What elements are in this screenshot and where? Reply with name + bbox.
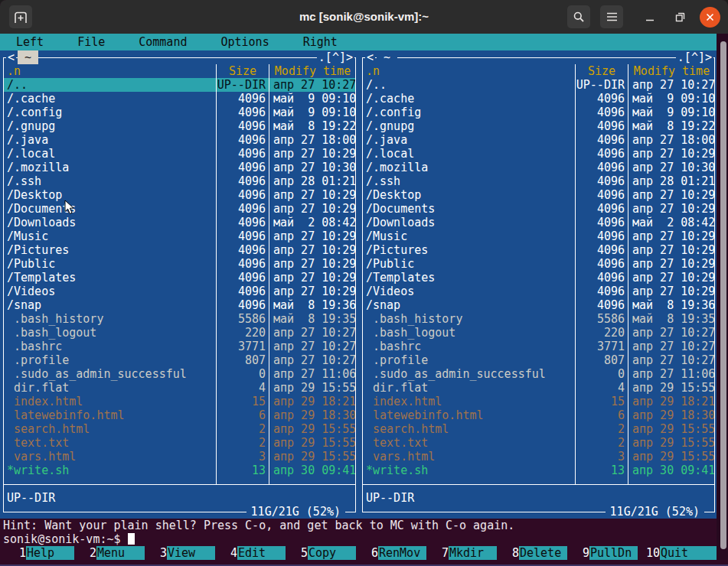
fkey-renmov[interactable]: 6RenMov: [364, 546, 435, 560]
close-button[interactable]: [698, 0, 721, 34]
hamburger-menu-button[interactable]: [600, 5, 623, 28]
command-line[interactable]: sonik@sonik-vm:~$: [0, 532, 717, 546]
menu-item-command[interactable]: Command: [139, 35, 187, 49]
fkey-label: Copy: [308, 546, 356, 560]
column-header-name[interactable]: .n Name: [362, 64, 575, 78]
right-panel-top-border: < ~ .[^]>: [362, 50, 715, 64]
file-row[interactable]: /Music 4096 апр 27 10:29: [3, 229, 356, 243]
minimize-button[interactable]: [640, 0, 660, 34]
file-name: /.config: [362, 106, 575, 119]
file-row[interactable]: .bash_history 5586 май 8 19:35: [362, 312, 715, 326]
fkey-edit[interactable]: 4Edit: [224, 546, 294, 560]
file-row[interactable]: /Templates 4096 апр 27 10:29: [362, 271, 715, 285]
file-row[interactable]: .bash_history 5586 май 8 19:35: [3, 312, 356, 326]
menu-item-left[interactable]: Left: [16, 35, 44, 49]
file-row[interactable]: vars.html 3 апр 29 15:55: [3, 450, 356, 464]
file-row[interactable]: search.html 2 апр 29 15:55: [362, 422, 715, 436]
file-row[interactable]: /.cache 4096 май 9 09:10: [362, 92, 715, 106]
file-row[interactable]: /.. UP--DIR апр 27 10:27: [3, 78, 356, 92]
file-name: .bash_history: [3, 312, 216, 326]
file-row[interactable]: /Videos 4096 апр 27 10:29: [3, 285, 356, 298]
file-row[interactable]: /Downloads 4096 май 2 08:42: [362, 216, 715, 229]
file-row[interactable]: /.java 4096 апр 27 18:00: [362, 133, 715, 147]
column-header-size[interactable]: Size: [575, 64, 628, 78]
current-path[interactable]: ~: [18, 50, 38, 64]
file-row[interactable]: /snap 4096 май 8 19:36: [362, 298, 715, 312]
file-size: 4: [216, 381, 269, 395]
column-header-mtime[interactable]: Modify time: [269, 64, 356, 78]
current-path[interactable]: ~: [377, 50, 397, 64]
fkey-menu[interactable]: 2Menu: [83, 546, 153, 560]
file-row[interactable]: /snap 4096 май 8 19:36: [3, 298, 356, 312]
fkey-view[interactable]: 3View: [153, 546, 224, 560]
column-header-mtime[interactable]: Modify time: [628, 64, 715, 78]
file-row[interactable]: /.local 4096 апр 27 10:29: [3, 147, 356, 161]
history-back-hotspot[interactable]: <: [365, 50, 375, 64]
panel-hotspots[interactable]: .[^]>: [317, 50, 354, 64]
menu-item-file[interactable]: File: [77, 35, 105, 49]
file-row[interactable]: index.html 15 апр 29 18:21: [3, 395, 356, 408]
file-row[interactable]: /Public 4096 апр 27 10:29: [362, 257, 715, 271]
file-row[interactable]: /.ssh 4096 апр 28 01:21: [3, 174, 356, 188]
file-row[interactable]: .profile 807 апр 27 10:27: [362, 353, 715, 367]
file-row[interactable]: *write.sh 13 апр 30 09:41: [3, 464, 356, 477]
file-row[interactable]: search.html 2 апр 29 15:55: [3, 422, 356, 436]
file-row[interactable]: /.config 4096 май 9 09:10: [362, 106, 715, 119]
scrollbar[interactable]: [717, 34, 728, 560]
file-row[interactable]: /.local 4096 апр 27 10:29: [362, 147, 715, 161]
fkey-copy[interactable]: 5Copy: [294, 546, 364, 560]
file-row[interactable]: /Desktop 4096 апр 27 10:29: [362, 188, 715, 202]
file-row[interactable]: /Documents 4096 апр 27 10:29: [3, 202, 356, 216]
file-row[interactable]: text.txt 2 апр 29 15:55: [3, 436, 356, 450]
file-row[interactable]: latewebinfo.html 6 апр 29 18:30: [3, 408, 356, 422]
file-row[interactable]: /Music 4096 апр 27 10:29: [362, 229, 715, 243]
file-row[interactable]: index.html 15 апр 29 18:21: [362, 395, 715, 408]
column-header-name[interactable]: .n Name: [3, 64, 216, 78]
file-row[interactable]: /.gnupg 4096 май 8 19:22: [362, 119, 715, 133]
file-row[interactable]: /Templates 4096 апр 27 10:29: [3, 271, 356, 285]
file-row[interactable]: /Desktop 4096 апр 27 10:29: [3, 188, 356, 202]
history-back-hotspot[interactable]: <: [6, 50, 16, 64]
file-row[interactable]: vars.html 3 апр 29 15:55: [362, 450, 715, 464]
file-row[interactable]: /Pictures 4096 апр 27 10:29: [3, 243, 356, 257]
file-row[interactable]: /Downloads 4096 май 2 08:42: [3, 216, 356, 229]
file-name: search.html: [362, 422, 575, 436]
fkey-help[interactable]: 1Help: [12, 546, 83, 560]
file-row[interactable]: /.. UP--DIR апр 27 10:27: [362, 78, 715, 92]
file-row[interactable]: /.cache 4096 май 9 09:10: [3, 92, 356, 106]
file-row[interactable]: /.config 4096 май 9 09:10: [3, 106, 356, 119]
file-row[interactable]: .sudo_as_admin_successful 0 апр 27 11:06: [3, 367, 356, 381]
fkey-pulldn[interactable]: 9PullDn: [576, 546, 646, 560]
file-row[interactable]: dir.flat 4 апр 29 15:55: [3, 381, 356, 395]
fkey-quit[interactable]: 10Quit: [646, 546, 717, 560]
file-row[interactable]: /Public 4096 апр 27 10:29: [3, 257, 356, 271]
file-row[interactable]: .sudo_as_admin_successful 0 апр 27 11:06: [362, 367, 715, 381]
file-row[interactable]: *write.sh 13 апр 30 09:41: [362, 464, 715, 477]
file-row[interactable]: /Pictures 4096 апр 27 10:29: [362, 243, 715, 257]
file-row[interactable]: .bash_logout 220 апр 27 10:27: [362, 326, 715, 340]
file-row[interactable]: text.txt 2 апр 29 15:55: [362, 436, 715, 450]
search-button[interactable]: [567, 5, 590, 28]
file-row[interactable]: /.mozilla 4096 апр 27 10:30: [3, 161, 356, 174]
menu-item-options[interactable]: Options: [220, 35, 269, 49]
scrollbar-thumb[interactable]: [720, 41, 726, 549]
file-row[interactable]: .bash_logout 220 апр 27 10:27: [3, 326, 356, 340]
file-row[interactable]: /.ssh 4096 апр 28 01:21: [362, 174, 715, 188]
file-row[interactable]: /.java 4096 апр 27 18:00: [3, 133, 356, 147]
file-row[interactable]: /Videos 4096 апр 27 10:29: [362, 285, 715, 298]
restore-button[interactable]: [670, 0, 690, 34]
fkey-delete[interactable]: 8Delete: [505, 546, 576, 560]
file-row[interactable]: /.mozilla 4096 апр 27 10:30: [362, 161, 715, 174]
file-row[interactable]: latewebinfo.html 6 апр 29 18:30: [362, 408, 715, 422]
menu-item-right[interactable]: Right: [303, 35, 338, 49]
fkey-mkdir[interactable]: 7Mkdir: [435, 546, 505, 560]
file-row[interactable]: /Documents 4096 апр 27 10:29: [362, 202, 715, 216]
file-row[interactable]: dir.flat 4 апр 29 15:55: [362, 381, 715, 395]
column-header-size[interactable]: Size: [216, 64, 269, 78]
file-row[interactable]: .profile 807 апр 27 10:27: [3, 353, 356, 367]
panel-hotspots[interactable]: .[^]>: [676, 50, 713, 64]
file-row[interactable]: .bashrc 3771 апр 27 10:27: [362, 340, 715, 353]
file-row[interactable]: /.gnupg 4096 май 8 19:22: [3, 119, 356, 133]
file-row[interactable]: .bashrc 3771 апр 27 10:27: [3, 340, 356, 353]
file-size: 4096: [575, 92, 628, 106]
